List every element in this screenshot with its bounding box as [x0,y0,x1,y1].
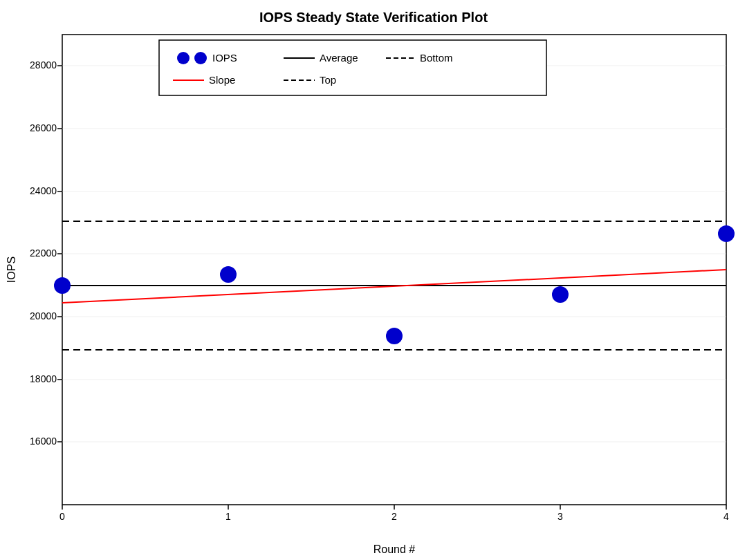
y-axis-label: IOPS [6,256,17,283]
legend-iops-label: IOPS [212,52,237,64]
y-tick-22000: 22000 [30,248,57,259]
data-point-1 [220,266,237,283]
legend-average-label: Average [320,52,358,64]
chart-title: IOPS Steady State Verification Plot [259,10,488,25]
chart-container: IOPS Steady State Verification Plot IOPS… [0,0,747,560]
data-point-3 [552,286,569,303]
data-point-0 [54,277,71,294]
legend-top-label: Top [320,74,336,86]
legend-iops-dot1 [177,52,190,64]
x-tick-0: 0 [59,511,65,522]
y-tick-20000: 20000 [30,310,57,321]
data-point-2 [386,328,403,344]
legend-iops-dot2 [194,52,207,64]
data-point-4 [718,225,735,242]
y-tick-26000: 26000 [30,122,57,133]
y-tick-18000: 18000 [30,373,57,384]
x-tick-1: 1 [225,511,231,522]
y-tick-16000: 16000 [30,436,57,447]
x-axis-label: Round # [374,543,416,555]
x-tick-3: 3 [557,511,563,522]
x-tick-2: 2 [391,511,397,522]
legend-slope-label: Slope [209,74,235,86]
chart-svg: IOPS Steady State Verification Plot IOPS… [0,0,747,560]
x-tick-4: 4 [723,511,729,522]
plot-area [62,35,726,505]
legend-bottom-label: Bottom [420,52,453,64]
legend-box [159,40,546,95]
y-tick-24000: 24000 [30,185,57,196]
y-tick-28000: 28000 [30,59,57,71]
